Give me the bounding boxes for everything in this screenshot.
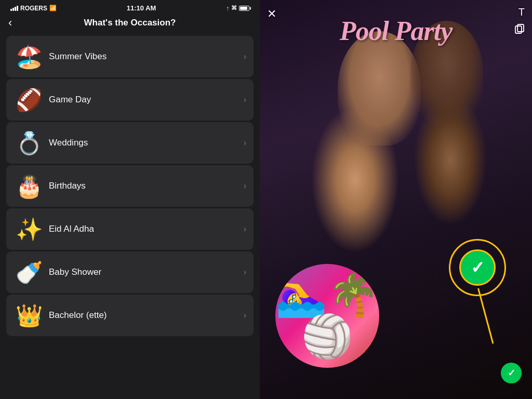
- phone-panel: ROGERS 📶 11:10 AM ↑ ⌘ ‹ What's the Occas…: [0, 0, 260, 399]
- weddings-emoji: 💍: [14, 127, 45, 158]
- close-button[interactable]: ✕: [267, 7, 276, 21]
- pool-sticker-inner: 🏊‍♀️🌴🏐: [275, 274, 379, 357]
- bar1: [10, 9, 12, 11]
- battery-icon: [239, 6, 249, 11]
- occasion-item-summer-vibes[interactable]: 🏖️ Summer Vibes ›: [6, 36, 254, 77]
- chevron-icon: ›: [244, 181, 246, 191]
- baby-shower-emoji: 🍼: [14, 257, 45, 288]
- bluetooth-icon: ⌘: [231, 5, 237, 11]
- arrow-up-icon: ↑: [226, 5, 229, 12]
- page-title: What's the Occasion?: [84, 18, 176, 28]
- carrier-label: ROGERS: [20, 5, 47, 12]
- birthdays-emoji: 🎂: [14, 170, 45, 202]
- game-day-label: Game Day: [49, 95, 244, 105]
- chevron-icon: ›: [244, 224, 246, 234]
- confirm-button-small[interactable]: ✓: [501, 363, 522, 383]
- status-bar: ROGERS 📶 11:10 AM ↑ ⌘: [0, 0, 260, 14]
- summer-vibes-label: Summer Vibes: [49, 51, 244, 62]
- chevron-icon: ›: [244, 138, 246, 148]
- svg-rect-1: [517, 24, 524, 32]
- signal-bars: [10, 6, 18, 11]
- occasion-item-birthdays[interactable]: 🎂 Birthdays ›: [6, 165, 254, 207]
- confirm-button-large[interactable]: ✓: [459, 249, 496, 286]
- status-left: ROGERS 📶: [10, 5, 57, 12]
- wifi-icon: 📶: [49, 5, 57, 11]
- nav-header: ‹ What's the Occasion?: [0, 14, 260, 34]
- occasion-item-eid[interactable]: ✨ Eid Al Adha ›: [6, 208, 254, 250]
- check-mark-small: ✓: [508, 367, 515, 379]
- occasion-item-bachelor[interactable]: 👑 Bachelor (ette) ›: [6, 295, 254, 336]
- bar3: [15, 7, 16, 11]
- bar2: [12, 8, 14, 11]
- chevron-icon: ›: [244, 311, 246, 320]
- chevron-icon: ›: [244, 95, 246, 104]
- pool-party-title: Pool Party: [340, 16, 453, 46]
- eid-emoji: ✨: [14, 214, 45, 245]
- pool-sticker: 🏊‍♀️🌴🏐: [275, 264, 379, 368]
- birthdays-label: Birthdays: [49, 181, 244, 191]
- occasions-list: 🏖️ Summer Vibes › 🏈 Game Day › 💍 Wedding…: [0, 34, 260, 399]
- summer-vibes-emoji: 🏖️: [14, 41, 45, 72]
- chevron-icon: ›: [244, 52, 246, 61]
- copy-tool-button[interactable]: [514, 24, 525, 37]
- time-display: 11:10 AM: [127, 4, 156, 12]
- back-button[interactable]: ‹: [8, 17, 12, 29]
- eid-label: Eid Al Adha: [49, 224, 244, 234]
- occasion-item-game-day[interactable]: 🏈 Game Day ›: [6, 79, 254, 121]
- occasion-item-baby-shower[interactable]: 🍼 Baby Shower ›: [6, 251, 254, 293]
- occasion-item-weddings[interactable]: 💍 Weddings ›: [6, 122, 254, 164]
- bachelor-emoji: 👑: [14, 300, 45, 331]
- svg-rect-0: [515, 26, 522, 33]
- weddings-label: Weddings: [49, 138, 244, 148]
- status-right: ↑ ⌘: [226, 5, 249, 12]
- bachelor-label: Bachelor (ette): [49, 310, 244, 321]
- game-day-emoji: 🏈: [14, 84, 45, 115]
- face1: [338, 31, 421, 145]
- chevron-icon: ›: [244, 268, 246, 277]
- baby-shower-label: Baby Shower: [49, 267, 244, 277]
- text-tool-button[interactable]: T: [518, 6, 525, 18]
- battery-fill: [240, 7, 247, 10]
- check-mark-large: ✓: [471, 259, 485, 276]
- preview-panel: ✕ T Pool Party 🏊‍♀️🌴🏐 ✓ ✓: [260, 0, 532, 399]
- bar4: [17, 6, 18, 11]
